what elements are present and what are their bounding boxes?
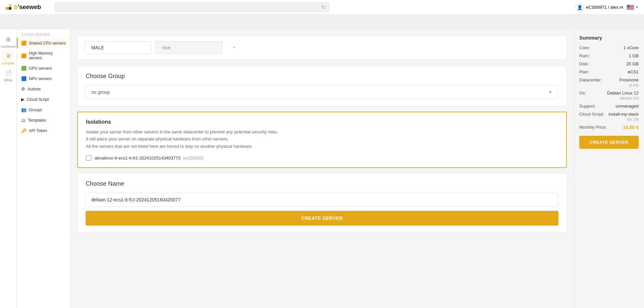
chevron-down-icon: ▼ xyxy=(635,5,639,9)
refresh-icon[interactable]: ↻ xyxy=(321,4,326,10)
field-true: true xyxy=(155,41,222,54)
templates-icon: 🗂 xyxy=(21,118,26,123)
isolation-checkbox[interactable] xyxy=(86,155,91,161)
choose-group-heading: Choose Group xyxy=(86,73,558,80)
nav-item-dashboard[interactable]: ⊞ Dashboard xyxy=(1,34,15,48)
summary-row-cloud-script: Cloud Script: install-my-stack(id: 19) xyxy=(579,112,639,122)
summary-row-ram: Ram: 1 GB xyxy=(579,53,639,58)
sidebar-item-npu[interactable]: 🟦 NPU servers xyxy=(17,73,70,84)
top-fields-card: MALE true - xyxy=(77,36,567,60)
cloud-script-icon: ▶ xyxy=(21,97,24,102)
field-male: MALE xyxy=(84,41,151,54)
logo-icon xyxy=(5,4,13,11)
nav-item-billing[interactable]: 📄 Billing xyxy=(3,67,14,82)
gpu-icon: 🟩 xyxy=(21,66,27,71)
user-avatar: 👤 xyxy=(576,3,584,12)
summary-row-datacenter: Datacenter: Frosinone(it-fr2) xyxy=(579,77,639,87)
isolations-title: Isolations xyxy=(86,119,558,125)
user-info[interactable]: 👤 eCS00971 / alex.m xyxy=(576,3,624,12)
npu-icon: 🟦 xyxy=(21,76,27,81)
icon-nav: ⊞ Dashboard 🖥 Compute 📄 Billing V 1.0.1 xyxy=(0,29,17,308)
sidebar-item-templates[interactable]: 🗂 Templates xyxy=(17,115,70,125)
high-memory-icon: 🟧 xyxy=(21,53,27,58)
actions-icon: ⚙ xyxy=(21,86,25,91)
choose-name-heading: Choose Name xyxy=(86,180,558,187)
groups-icon: 👥 xyxy=(21,107,27,112)
svg-rect-1 xyxy=(9,4,11,7)
summary-panel: Summary Core: 1 vCore Ram: 1 GB Disk: 20… xyxy=(574,29,644,308)
nav-item-compute[interactable]: 🖥 Compute xyxy=(2,50,14,65)
create-server-button-main[interactable]: CREATE SERVER xyxy=(86,211,558,226)
isolation-item: almalinux-9-ecs1-it-fr2-2024102514340377… xyxy=(86,155,558,161)
summary-row-core: Core: 1 vCore xyxy=(579,45,639,50)
cloud-sidebar-section: CLOUD SERVER xyxy=(17,29,70,38)
cloud-sidebar: CLOUD SERVER 🟧 Shared CPU servers 🟧 High… xyxy=(17,29,70,308)
sidebar-item-shared-cpu[interactable]: 🟧 Shared CPU servers xyxy=(17,38,70,48)
group-selected: no group xyxy=(91,89,110,95)
shared-cpu-icon: 🟧 xyxy=(21,41,27,46)
isolations-card: Isolations Isolate your server from othe… xyxy=(77,112,567,168)
summary-row-support: Support: unmanaged xyxy=(579,104,639,109)
sidebar-item-api-token[interactable]: 🔑 API Token xyxy=(17,125,70,136)
isolations-description: Isolate your server from other servers i… xyxy=(86,128,558,150)
sidebar-item-cloud-script[interactable]: ▶ Cloud Script xyxy=(17,94,70,105)
top-header: b'seeweb ↻ 👤 eCS00971 / alex.m 🇺🇸 ▼ xyxy=(0,0,644,15)
sidebar-item-high-memory[interactable]: 🟧 High Memory servers xyxy=(17,48,70,63)
create-server-button-summary[interactable]: CREATE SERVER xyxy=(579,136,639,149)
language-selector[interactable]: 🇺🇸 ▼ xyxy=(627,4,639,11)
summary-row-plan: Plan: eCS1 xyxy=(579,69,639,74)
username: eCS00971 / alex.m xyxy=(586,5,624,10)
logo-text: b'seeweb xyxy=(14,4,41,11)
svg-rect-0 xyxy=(6,7,8,10)
logo: b'seeweb xyxy=(5,4,49,11)
summary-row-disk: Disk: 20 GB xyxy=(579,61,639,66)
main-content: MALE true - Choose Group no group ▼ Isol… xyxy=(70,29,574,308)
group-dropdown[interactable]: no group ▼ xyxy=(86,85,558,99)
svg-rect-2 xyxy=(9,7,11,10)
flag-icon: 🇺🇸 xyxy=(627,4,634,11)
choose-group-card: Choose Group no group ▼ xyxy=(77,66,567,106)
isolation-label[interactable]: almalinux-9-ecs1-it-fr2-2024102514340377… xyxy=(95,156,203,161)
search-input[interactable] xyxy=(58,5,321,10)
chevron-down-icon: ▼ xyxy=(548,89,553,95)
header-right: 👤 eCS00971 / alex.m 🇺🇸 ▼ xyxy=(576,3,639,12)
summary-row-price: Monthly Price: 14.00 € xyxy=(579,125,639,130)
server-name-input[interactable] xyxy=(86,193,558,207)
summary-row-os: Os: Debian Linux 12(debian-12) xyxy=(579,90,639,101)
field-dash: - xyxy=(227,41,242,54)
sidebar-item-gpu[interactable]: 🟩 GPU servers xyxy=(17,63,70,73)
summary-title: Summary xyxy=(579,35,639,41)
choose-name-card: Choose Name CREATE SERVER xyxy=(77,173,567,233)
sidebar-item-actions[interactable]: ⚙ Actions xyxy=(17,84,70,94)
sidebar-item-groups[interactable]: 👥 Groups xyxy=(17,105,70,115)
api-token-icon: 🔑 xyxy=(21,128,27,133)
search-bar[interactable]: ↻ xyxy=(54,2,330,12)
